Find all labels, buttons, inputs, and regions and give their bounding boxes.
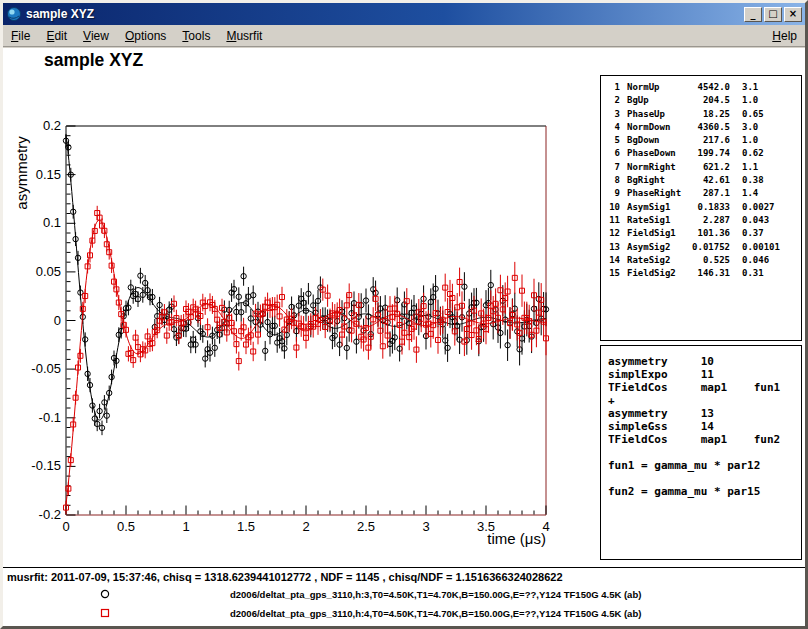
param-row: 1NormUp4542.03.1: [601, 81, 801, 94]
param-num: 11: [605, 214, 620, 227]
legend-entry: d2006/deltat_pta_gps_3110,h:4,T0=4.50K,T…: [3, 604, 805, 623]
param-name: NormUp: [620, 81, 684, 94]
svg-text:0: 0: [54, 313, 61, 328]
param-name: RateSig1: [620, 214, 684, 227]
param-name: PhaseDown: [620, 147, 684, 160]
title-bar[interactable]: sample XYZ _ □ ×: [3, 3, 805, 25]
param-name: NormDown: [620, 121, 684, 134]
legend-entry: d2006/deltat_pta_gps_3110,h:3,T0=4.50K,T…: [3, 585, 805, 604]
svg-text:1.5: 1.5: [237, 519, 255, 534]
menu-item-tools[interactable]: Tools: [174, 26, 218, 46]
param-name: RateSig2: [620, 254, 684, 267]
minimize-button[interactable]: _: [744, 7, 762, 22]
status-line: musrfit: 2011-07-09, 15:37:46, chisq = 1…: [7, 571, 803, 583]
param-value: 146.31: [684, 267, 730, 280]
param-error: 3.1: [730, 81, 801, 94]
menu-item-musrfit[interactable]: Musrfit: [218, 26, 270, 46]
legend-square-marker-icon: [98, 606, 112, 620]
svg-text:0.5: 0.5: [117, 519, 135, 534]
menu-item-help[interactable]: Help: [764, 26, 805, 46]
data-series-2: [64, 206, 549, 515]
param-value: 287.1: [684, 187, 730, 200]
param-error: 0.043: [730, 214, 801, 227]
param-error: 0.38: [730, 174, 801, 187]
parameter-table: 1NormUp4542.03.12BgUp204.51.03PhaseUp18.…: [601, 81, 801, 280]
param-error: 1.1: [730, 161, 801, 174]
svg-text:0.15: 0.15: [36, 167, 61, 182]
param-name: AsymSig1: [620, 201, 684, 214]
param-num: 12: [605, 227, 620, 240]
param-row: 10AsymSig10.18330.0027: [601, 201, 801, 214]
menu-left: FileEditViewOptionsToolsMusrfit: [3, 26, 270, 46]
param-error: 0.65: [730, 108, 801, 121]
param-value: 4542.0: [684, 81, 730, 94]
param-num: 3: [605, 108, 620, 121]
param-name: FieldSig2: [620, 267, 684, 280]
y-axis-title: asymmetry: [13, 136, 30, 210]
menu-bar: FileEditViewOptionsToolsMusrfit Help: [3, 25, 805, 47]
separator-line: [3, 567, 805, 568]
param-value: 2.287: [684, 214, 730, 227]
svg-text:0.1: 0.1: [43, 215, 61, 230]
param-error: 0.62: [730, 147, 801, 160]
param-row: 14RateSig20.5250.046: [601, 254, 801, 267]
param-value: 0.1833: [684, 201, 730, 214]
legend-label: d2006/deltat_pta_gps_3110,h:3,T0=4.50K,T…: [230, 589, 641, 600]
close-button[interactable]: ×: [784, 7, 802, 22]
param-num: 2: [605, 94, 620, 107]
param-num: 6: [605, 147, 620, 160]
param-num: 9: [605, 187, 620, 200]
param-row: 13AsymSig20.017520.00101: [601, 241, 801, 254]
param-row: 2BgUp204.51.0: [601, 94, 801, 107]
param-row: 11RateSig12.2870.043: [601, 214, 801, 227]
param-name: NormRight: [620, 161, 684, 174]
plot-title: sample XYZ: [44, 50, 144, 70]
menu-item-edit[interactable]: Edit: [38, 26, 75, 46]
param-error: 0.37: [730, 227, 801, 240]
param-error: 1.4: [730, 187, 801, 200]
param-error: 1.0: [730, 94, 801, 107]
param-num: 10: [605, 201, 620, 214]
param-error: 0.0027: [730, 201, 801, 214]
param-error: 1.0: [730, 134, 801, 147]
param-row: 8BgRight42.610.38: [601, 174, 801, 187]
param-row: 4NormDown4360.53.0: [601, 121, 801, 134]
param-value: 101.36: [684, 227, 730, 240]
param-value: 42.61: [684, 174, 730, 187]
param-value: 0.525: [684, 254, 730, 267]
svg-text:-0.2: -0.2: [39, 507, 61, 522]
canvas-area: sample XYZ0.20.150.10.050-0.05-0.1-0.15-…: [3, 48, 805, 626]
theory-line: [608, 472, 801, 485]
param-num: 7: [605, 161, 620, 174]
param-row: 12FieldSig1101.360.37: [601, 227, 801, 240]
menu-item-file[interactable]: File: [3, 26, 38, 46]
window-title: sample XYZ: [26, 7, 742, 21]
param-row: 7NormRight621.21.1: [601, 161, 801, 174]
svg-text:0: 0: [62, 519, 69, 534]
theory-line: fun2 = gamma_mu * par15: [608, 485, 801, 498]
svg-text:3: 3: [422, 519, 429, 534]
param-value: 0.01752: [684, 241, 730, 254]
theory-line: asymmetry 13: [608, 407, 801, 420]
theory-box: asymmetry 10simplExpo 11TFieldCos map1 f…: [600, 345, 802, 560]
theory-line: simplExpo 11: [608, 368, 801, 381]
param-num: 1: [605, 81, 620, 94]
theory-line: [608, 446, 801, 459]
maximize-button[interactable]: □: [764, 7, 782, 22]
param-name: PhaseRight: [620, 187, 684, 200]
theory-line: +: [608, 394, 801, 407]
param-value: 199.74: [684, 147, 730, 160]
x-axis-title: time (μs): [487, 530, 546, 547]
param-name: BgDown: [620, 134, 684, 147]
plot-canvas[interactable]: sample XYZ0.20.150.10.050-0.05-0.1-0.15-…: [3, 48, 603, 567]
param-name: BgRight: [620, 174, 684, 187]
svg-text:0.2: 0.2: [43, 118, 61, 133]
param-row: 3PhaseUp18.250.65: [601, 108, 801, 121]
param-value: 4360.5: [684, 121, 730, 134]
menu-item-options[interactable]: Options: [117, 26, 174, 46]
param-num: 4: [605, 121, 620, 134]
menu-item-view[interactable]: View: [75, 26, 117, 46]
data-markers: [64, 211, 549, 511]
param-error: 0.00101: [730, 241, 801, 254]
data-series-1: [63, 134, 548, 435]
